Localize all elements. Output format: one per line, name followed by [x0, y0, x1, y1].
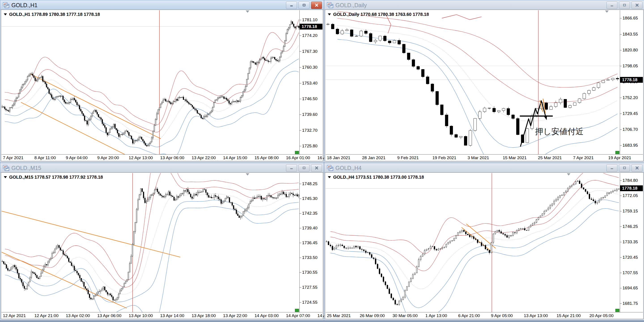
current-price-box: 1778.18: [620, 77, 643, 83]
price-tick-label: 1733.50: [302, 255, 318, 260]
price-tick: [620, 304, 622, 304]
chart-plot-area[interactable]: [326, 173, 620, 312]
minimize-button[interactable]: [286, 2, 297, 9]
time-scale[interactable]: 7 Apr 20218 Apr 11:009 Apr 04:009 Apr 20…: [2, 154, 322, 160]
date-tick-label: 6 Apr 21:00: [458, 313, 480, 318]
date-tick-label: 9 Apr 05:00: [491, 313, 513, 318]
chart-icon: [327, 2, 333, 8]
price-tick: [300, 228, 301, 228]
price-tick: [300, 213, 301, 214]
chart-area: GOLD.,H4 1773.51 1780.38 1773.00 1778.18…: [325, 172, 644, 319]
price-tick: [300, 67, 301, 68]
date-tick-label: 13 Apr 13:00: [524, 313, 548, 318]
time-scale[interactable]: 25 Mar 202126 Mar 09:0030 Mar 05:001 Apr…: [326, 312, 643, 318]
close-button[interactable]: [632, 164, 642, 172]
date-tick-label: 14 Apr 07:00: [286, 313, 310, 318]
price-tick: [620, 114, 622, 114]
price-tick-label: 1781.10: [302, 18, 318, 22]
price-tick-label: 1798.05: [622, 64, 638, 68]
price-tick: [300, 287, 301, 288]
date-tick-label: 13 Apr 02:00: [66, 313, 90, 318]
close-icon: [635, 166, 639, 170]
price-tick-label: 1694.65: [622, 286, 638, 290]
close-button[interactable]: [632, 2, 642, 9]
restore-button[interactable]: [298, 2, 310, 9]
restore-icon: [302, 166, 306, 170]
date-tick-label: 12 Apr 2021: [3, 313, 26, 318]
date-tick-label: 13 Apr 22:00: [192, 156, 216, 160]
price-tick-label: 1774.20: [302, 33, 318, 38]
minimize-button[interactable]: [606, 2, 618, 9]
minimize-button[interactable]: [606, 164, 618, 172]
chart-shift-marker-icon[interactable]: [567, 173, 570, 176]
price-tick-label: 1729.45: [622, 111, 638, 116]
annotation-text: 押し安値付近: [535, 127, 584, 136]
price-tick-label: 1760.30: [302, 65, 318, 70]
price-tick: [300, 198, 301, 199]
date-tick-label: 25 Mar 2021: [327, 313, 351, 318]
price-scale[interactable]: 1781.101774.201767.301760.301753.401746.…: [300, 10, 322, 154]
price-tick: [300, 83, 301, 84]
price-tick-label: 1733.35: [622, 240, 638, 244]
date-tick-label: 7 Apr 2021: [573, 156, 594, 160]
window-title: GOLD.,H4: [336, 165, 362, 171]
price-tick: [620, 145, 622, 146]
date-tick-label: 9 Feb 2021: [397, 156, 419, 160]
price-tick: [300, 302, 301, 302]
chart-shift-marker-icon[interactable]: [246, 173, 249, 176]
window-title: GOLD.,H1: [12, 2, 38, 8]
price-tick-label: 1767.30: [302, 49, 318, 54]
restore-button[interactable]: [619, 2, 630, 9]
close-button[interactable]: [311, 164, 322, 172]
price-tick: [300, 243, 301, 243]
date-tick-label: 8 Apr 11:00: [34, 156, 56, 160]
date-tick-label: 25 Mar 2021: [538, 156, 562, 160]
price-tick-label: 1739.40: [302, 226, 318, 230]
price-tick: [300, 52, 301, 52]
restore-button[interactable]: [619, 164, 630, 172]
close-icon: [315, 4, 318, 7]
price-tick: [620, 50, 622, 50]
price-tick-label: 1720.45: [622, 255, 638, 260]
time-scale[interactable]: 12 Apr 202112 Apr 21:0013 Apr 02:0013 Ap…: [2, 312, 322, 318]
window-titlebar[interactable]: GOLD.,H4: [324, 163, 644, 173]
chart-shift-marker-icon[interactable]: [605, 10, 609, 13]
window-titlebar[interactable]: GOLD.,M15: [0, 163, 324, 173]
date-tick-label: 13 Apr 10:00: [129, 313, 153, 318]
price-tick-label: 1752.20: [622, 95, 638, 100]
price-tick: [620, 288, 622, 288]
window-titlebar[interactable]: GOLD.,H1: [0, 0, 324, 10]
date-tick-label: 16 Apr 01:00: [286, 156, 310, 160]
date-tick-label: 12 Apr 13:00: [129, 156, 153, 160]
date-tick-label: 28 Jan 2021: [362, 156, 386, 160]
price-scale[interactable]: 1748.251745.301742.351739.401736.451733.…: [300, 173, 322, 312]
window-titlebar[interactable]: GOLD.,Daily: [324, 0, 644, 10]
price-scale[interactable]: 1866.651843.551820.801798.051775.301752.…: [620, 10, 643, 154]
date-tick-label: 14 Apr 15:00: [223, 156, 247, 160]
date-tick-label: 19 Apr 2021: [608, 156, 631, 160]
restore-button[interactable]: [298, 164, 310, 172]
date-tick-label: 14 Apr 03:00: [254, 313, 278, 318]
price-scale[interactable]: 1784.801772.051759.151746.251733.351720.…: [620, 173, 643, 312]
close-button[interactable]: [311, 2, 322, 9]
chart-shift-marker-icon[interactable]: [246, 10, 249, 13]
price-tick-label: 1681.75: [622, 301, 638, 306]
price-tick: [620, 226, 622, 227]
chart-icon: [327, 165, 333, 171]
price-tick: [300, 114, 301, 115]
date-tick-label: 13 Apr 14:00: [160, 313, 184, 318]
mdi-workspace: GOLD.,H1 GOLD.,H1 1778.89 1780.38 1777.1…: [0, 0, 644, 322]
chart-plot-area[interactable]: [2, 173, 300, 312]
price-tick: [620, 273, 622, 273]
price-tick-label: 1707.55: [622, 270, 638, 275]
minimize-button[interactable]: [286, 164, 297, 172]
price-tick-label: 1745.30: [302, 196, 318, 201]
price-tick: [300, 272, 301, 272]
date-tick-label: 9 Apr 04:00: [66, 156, 88, 160]
time-scale[interactable]: 18 Jan 202128 Jan 20219 Feb 202119 Feb 2…: [326, 154, 643, 160]
chart-plot-area[interactable]: [2, 10, 300, 154]
restore-icon: [623, 166, 626, 170]
date-tick-label: 1 Apr 13:00: [425, 313, 447, 318]
date-tick-label: 13 Apr 22:00: [223, 313, 247, 318]
chart-plot-area[interactable]: 押し安値付近: [326, 10, 620, 154]
